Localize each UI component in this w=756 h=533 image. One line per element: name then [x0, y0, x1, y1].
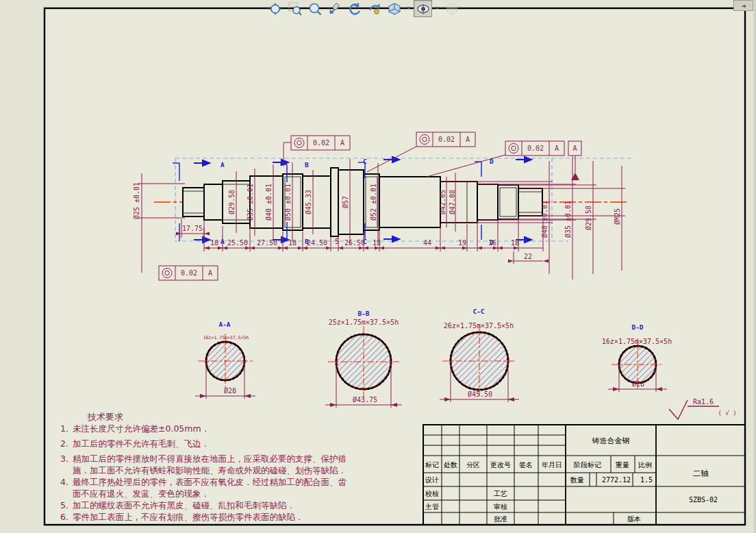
zoom-to-area-icon	[288, 2, 302, 16]
display-style-button[interactable]	[414, 0, 432, 17]
length-dimension: 18	[373, 239, 381, 247]
length-dimension: 44	[423, 239, 431, 247]
datum-flag-label: A	[572, 145, 577, 152]
section-letter: B	[305, 161, 309, 169]
zoom-to-fit-icon	[268, 2, 282, 16]
fcf-tolerance: 0.02	[438, 136, 455, 143]
tech-req-num: 5.	[60, 500, 68, 510]
3d-drawing-view-icon	[368, 2, 381, 16]
zoom-to-area-button[interactable]	[286, 0, 304, 17]
tech-req-num: 2.	[60, 438, 68, 449]
collapse-taskpane-button[interactable]: ◄	[733, 0, 753, 11]
tb-label-manager: 主管	[425, 503, 439, 510]
tech-req-line: 最终工序热处理后的零件，表面不应有氧化皮．经过精加工的配合面、齿	[73, 477, 346, 487]
tech-req-line: 加工的螺纹表面不允许有黑皮、磕碰、乱扣和毛刺等缺陷．	[73, 500, 295, 510]
tb-label-approve: 批准	[494, 515, 507, 523]
diameter-dimension: Ø57	[342, 196, 349, 208]
diameter-dimension: Ø35 ±0.01	[247, 184, 254, 221]
zoom-button[interactable]	[305, 0, 324, 17]
tb-label-sign: 签名	[519, 461, 533, 469]
tech-req-title: 技术要求	[87, 412, 123, 422]
length-dimension: 18	[511, 239, 519, 247]
fcf-tolerance: 0.02	[313, 139, 329, 147]
diameter-dimension: Ø25 ±0.01	[133, 182, 140, 219]
diameter-dimension: Ø29.58	[585, 206, 592, 230]
tb-part-name: 二轴	[693, 469, 709, 478]
diameter-dimension: ØM25	[614, 208, 621, 225]
view-orientation-button[interactable]	[385, 0, 403, 17]
tech-req-line: 未注长度尺寸允许偏差±0.05mm．	[73, 423, 210, 434]
section-letter: C	[363, 158, 367, 165]
tb-material: 铸造合金钢	[592, 436, 630, 445]
section-diameter: Ø43.75	[353, 396, 377, 404]
section-view-title: B-B	[357, 310, 369, 317]
diameter-dimension: Ø42.05	[439, 190, 446, 214]
view-orientation-dropdown[interactable]: ▾	[405, 0, 412, 16]
tb-label-design: 设计	[425, 476, 439, 484]
spline-spec: 26z×1.75m×37.5×5h	[444, 322, 514, 330]
tb-label-quantity: 数量	[570, 476, 584, 484]
tech-req-line: 施．加工面不允许有锈蛀和影响性能、寿命或外观的磕碰、划伤等缺陷．	[73, 465, 346, 475]
length-dimension: 26.50	[344, 239, 365, 247]
display-style-dropdown[interactable]: ▾	[433, 0, 441, 16]
length-dimension: 16	[488, 239, 496, 247]
section-diameter: Ø28	[632, 380, 644, 388]
rotate-view-icon	[328, 2, 342, 16]
tech-req-line: 零件加工表面上，不应有划痕、擦伤等损伤零件表面的缺陷．	[73, 512, 304, 522]
tb-label-review: 审核	[494, 503, 507, 510]
spline-spec: 16z×1.75m×37.5×5h	[602, 338, 672, 345]
tech-req-num: 4.	[60, 477, 68, 487]
tb-label-count: 处数	[444, 461, 457, 469]
display-style-eye-icon	[416, 2, 430, 16]
section-view-title: A-A	[218, 321, 230, 328]
diameter-dimension: Ø47.08	[449, 190, 456, 214]
disabled-tool-button	[442, 0, 461, 17]
tb-label-version: 版本	[627, 515, 641, 523]
diameter-dimension: Ø52 ±0.01	[370, 184, 377, 221]
view-toolbar: ▾ ▾	[266, 0, 461, 17]
tech-req-line: 面不应有退火、发蓝、变色的现象．	[73, 488, 210, 499]
length-dimension: 18	[210, 239, 218, 247]
section-view-title: D-D	[631, 323, 643, 331]
tech-req-num: 1.	[60, 423, 68, 434]
diameter-dimension: Ø45.33	[305, 190, 312, 214]
spline-spec: 16z×1.75m×37.5×5h	[203, 335, 249, 340]
diameter-dimension: Ø40 ±0.01	[541, 201, 549, 238]
tb-drawing-no: SZBS-02	[689, 496, 718, 504]
tech-req-line: 精加工后的零件摆放时不得直接放在地面上，应采取必要的支撑、保护措	[73, 454, 346, 464]
drawing-canvas[interactable]: A A B B C C D D	[0, 0, 756, 533]
application-window: A A B B C C D D	[0, 0, 756, 533]
section-view-title: C-C	[473, 308, 484, 315]
section-diameter: Ø28	[224, 387, 236, 395]
fcf-tolerance: 0.02	[181, 269, 197, 277]
section-diameter: Ø45.50	[468, 391, 492, 398]
collapse-arrow-icon: ◄	[741, 3, 745, 9]
tech-req-num: 3.	[60, 454, 68, 464]
rotate-view-button[interactable]	[325, 0, 344, 17]
tb-label-process: 工艺	[494, 490, 507, 497]
tb-label-scale: 比例	[638, 461, 652, 469]
tech-req-num: 6.	[60, 512, 68, 522]
tb-label-change-no: 更改号	[490, 461, 511, 469]
previous-view-icon	[348, 2, 362, 16]
tb-weight-value: 2772.12	[602, 476, 631, 484]
diameter-dimension: Ø35 ±0.01	[564, 201, 572, 238]
length-dimension: 25.50	[227, 239, 248, 247]
tb-scale-value: 1.5	[640, 476, 653, 484]
fcf-datum: A	[340, 139, 344, 147]
fcf-datum: A	[466, 136, 470, 143]
length-dimension: 24.50	[307, 239, 327, 247]
tb-label-mark: 标记	[425, 461, 439, 469]
spline-spec: 25z×1.75m×37.5×5h	[329, 319, 399, 326]
length-dimension: 18	[288, 239, 297, 247]
zoom-to-fit-button[interactable]	[266, 0, 284, 17]
disabled-sphere-icon	[445, 2, 459, 16]
diameter-dimension: Ø40 ±0.01	[265, 184, 273, 221]
3d-drawing-view-button[interactable]	[365, 0, 383, 17]
fcf-tolerance: 0.02	[527, 145, 544, 152]
length-dimension: 5	[335, 238, 339, 245]
length-dimension: 22	[524, 253, 532, 260]
tb-label-check: 校核	[425, 490, 439, 497]
previous-view-button[interactable]	[345, 0, 364, 17]
tech-req-line: 加工后的零件不允许有毛刺、飞边．	[73, 438, 210, 449]
